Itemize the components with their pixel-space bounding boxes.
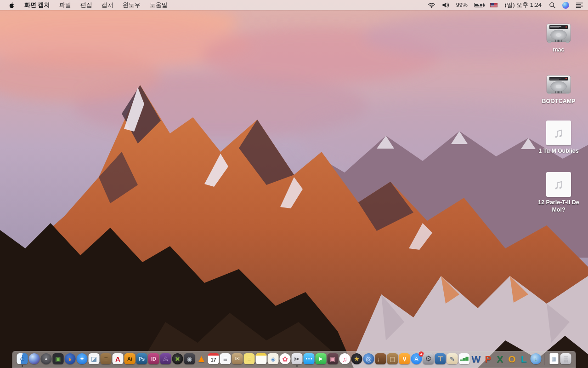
dock-item-firefox[interactable]: ◗ <box>65 353 76 364</box>
dock-item-x-media-converter[interactable]: × <box>172 353 183 364</box>
dock: ☺▲▣◗✦◪≡AAiPsID♨×◉▲17≡✉≡◈✿✂⋯▶▣♫★◎♩▤∨A4⚙⊤✎… <box>12 351 576 368</box>
dock-item-stickies[interactable]: ≡ <box>244 353 255 364</box>
dock-item-ms-powerpoint[interactable]: P <box>483 353 494 364</box>
hard-drive-icon <box>545 22 572 44</box>
volume-icon[interactable] <box>442 2 450 8</box>
desktop-icon-drive-bootcamp[interactable]: BOOTCAMP <box>535 69 582 105</box>
dock-item-launchpad[interactable]: ▲ <box>41 353 52 364</box>
macos-desktop: 화면 캡처 파일편집캡처윈도우도움말 99% ϟ (일) 오후 1:2 <box>0 0 588 368</box>
dock-item-photoshop[interactable]: Ps <box>136 353 147 364</box>
dock-item-app-store[interactable]: A4 <box>411 353 422 364</box>
dock-item-finder[interactable]: ☺ <box>17 353 28 364</box>
dock-item-pages[interactable]: ✎ <box>447 353 458 364</box>
dock-item-garageband[interactable]: ♩ <box>375 353 386 364</box>
dock-item-indesign[interactable]: ID <box>148 353 159 364</box>
dock-item-ms-word[interactable]: W <box>471 353 482 364</box>
spotlight-search-icon[interactable] <box>549 2 556 9</box>
dock-item-photos[interactable]: ✿ <box>280 353 291 364</box>
active-app-menu[interactable]: 화면 캡처 <box>20 1 55 9</box>
dock-divider <box>545 353 545 365</box>
dock-item-mission-control[interactable]: ▣ <box>53 353 64 364</box>
dock-item-grab-screen-capture[interactable]: ✂ <box>292 353 303 364</box>
dock-item-idvd[interactable]: ◎ <box>363 353 374 364</box>
dock-item-trash-full[interactable]: ▒ <box>560 353 571 364</box>
us-flag-input-source-icon[interactable] <box>490 3 498 7</box>
hard-drive-icon <box>545 74 572 96</box>
desktop-icon-drive-mac[interactable]: mac <box>535 17 582 54</box>
dock-item-notepad[interactable] <box>256 353 267 364</box>
desktop-icon-audio-file-12[interactable]: ♫12 Parle-T-Il De Moi? <box>535 170 582 213</box>
dock-item-toast-burner[interactable]: ♨ <box>160 353 171 364</box>
dock-item-ms-excel[interactable]: X <box>495 353 506 364</box>
dock-item-mail-drop-box[interactable]: ✉ <box>232 353 243 364</box>
dock-item-disk-tool[interactable]: ◉ <box>184 353 195 364</box>
notification-center-icon[interactable] <box>576 2 583 8</box>
dock-item-contacts-book[interactable]: ≡ <box>101 353 112 364</box>
menu-item-2[interactable]: 캡처 <box>97 1 118 9</box>
dock-item-reminders[interactable]: ≡ <box>220 353 231 364</box>
dock-item-acrobat-reader[interactable]: A <box>113 353 124 364</box>
desktop-icon-label: mac <box>553 46 564 54</box>
apple-menu[interactable] <box>5 2 20 9</box>
music-note-icon: ♫ <box>546 121 571 145</box>
menu-bar-clock[interactable]: (일) 오후 1:24 <box>504 1 543 9</box>
dock-item-itunes[interactable]: ♫ <box>339 353 351 364</box>
apple-logo-icon <box>8 2 14 9</box>
dock-item-facetime[interactable]: ▶ <box>316 353 327 364</box>
dock-item-keynote[interactable]: ⊤ <box>435 353 446 364</box>
desktop-icon-label: 1 Tu M'Oublies <box>538 148 578 155</box>
dock-item-screenshot-document[interactable]: ▦ <box>548 353 560 364</box>
music-note-icon: ♫ <box>546 172 571 197</box>
desktop-icon-audio-file-1[interactable]: ♫1 Tu M'Oublies <box>535 119 582 155</box>
battery-percent: 99% <box>456 2 468 8</box>
dock-item-siri[interactable] <box>29 353 40 364</box>
dock-item-ibooks[interactable]: ∨ <box>399 353 410 364</box>
desktop-icon-label: BOOTCAMP <box>542 98 576 105</box>
battery-charging-icon[interactable]: ϟ <box>474 3 484 7</box>
dock-item-project-corkboard[interactable]: ▤ <box>387 353 398 364</box>
dock-item-numbers[interactable]: ▂▅▇ <box>459 353 470 364</box>
dock-item-photo-booth[interactable]: ▣ <box>328 353 339 364</box>
dock-item-calendar[interactable]: 17 <box>208 353 219 364</box>
menu-item-4[interactable]: 도움말 <box>145 1 172 9</box>
dock-item-imovie[interactable]: ★ <box>351 353 362 364</box>
dock-item-ms-lync[interactable]: L <box>519 353 530 364</box>
app-menus: 파일편집캡처윈도우도움말 <box>55 1 172 9</box>
menu-bar: 화면 캡처 파일편집캡처윈도우도움말 99% ϟ (일) 오후 1:2 <box>0 0 588 10</box>
sierra-mountain-wallpaper <box>0 0 588 368</box>
dock-item-illustrator[interactable]: Ai <box>124 353 136 364</box>
wifi-icon[interactable] <box>428 2 435 8</box>
dock-item-system-preferences[interactable]: ⚙ <box>423 353 434 364</box>
running-indicator-dot <box>22 365 23 367</box>
menu-item-3[interactable]: 윈도우 <box>118 1 145 9</box>
dock-item-preview[interactable]: ◪ <box>89 353 100 364</box>
siri-icon[interactable] <box>562 2 569 9</box>
dock-item-page-layout-docs[interactable]: ◈ <box>268 353 279 364</box>
running-indicator-dot <box>296 365 298 367</box>
menu-item-0[interactable]: 파일 <box>55 1 76 9</box>
dock-item-messages[interactable]: ⋯ <box>304 353 315 364</box>
dock-item-vlc[interactable]: ▲ <box>196 353 207 364</box>
desktop-icon-label: 12 Parle-T-Il De Moi? <box>535 199 582 213</box>
dock-item-ms-outlook[interactable]: O <box>507 353 518 364</box>
dock-item-safari[interactable]: ✦ <box>77 353 88 364</box>
menu-item-1[interactable]: 편집 <box>76 1 97 9</box>
dock-item-ms-document-connection[interactable]: ↓ <box>531 353 542 364</box>
